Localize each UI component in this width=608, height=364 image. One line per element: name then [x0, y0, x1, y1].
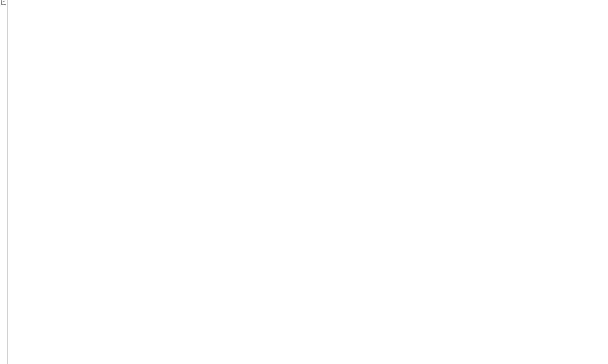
code-area[interactable]	[8, 0, 608, 364]
code-editor[interactable]	[0, 0, 608, 364]
fold-gutter	[0, 0, 8, 364]
fold-toggle-icon[interactable]	[1, 0, 6, 5]
